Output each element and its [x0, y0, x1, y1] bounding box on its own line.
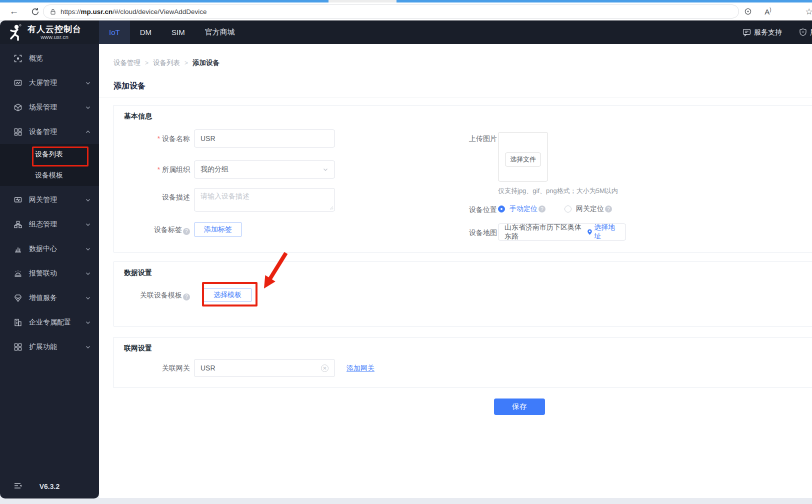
big-screen-icon [14, 79, 22, 87]
help-icon[interactable]: ? [183, 228, 190, 235]
chevron-down-icon [85, 270, 91, 276]
page-title: 添加设备 [114, 81, 146, 92]
sidebar-item-datacenter[interactable]: 数据中心 [0, 236, 99, 261]
gateway-location-option[interactable]: 网关定位 [576, 204, 604, 214]
map-pin-icon [587, 228, 592, 236]
data-settings-title: 数据设置 [124, 268, 152, 278]
tab-dm[interactable]: DM [130, 20, 162, 44]
device-template-label: 关联设备模板? [114, 290, 190, 300]
sidebar-item-device-template[interactable]: 设备模板 [0, 165, 99, 186]
sidebar-item-scene[interactable]: 场景管理 [0, 95, 99, 120]
device-dashboard-icon [14, 128, 22, 136]
app-version: V6.3.2 [0, 482, 99, 490]
overview-icon [14, 54, 22, 62]
device-map-label: 设备地图 [407, 228, 497, 238]
browser-toolbar: ← https://mp.usr.cn/#/cloud/device/ViewA… [0, 2, 812, 20]
alarm-icon [14, 270, 22, 278]
basic-info-card: 基本信息 设备名称 所属组织 我的分组 设备描述 请输入设备描述 设备标签? 添… [114, 105, 812, 252]
refresh-icon[interactable] [28, 4, 42, 18]
breadcrumb-device-management[interactable]: 设备管理 [114, 58, 140, 68]
resize-handle[interactable] [330, 206, 334, 210]
user-shield-icon [799, 28, 807, 36]
app-top-nav: 有人云控制台 www.usr.cn IoT DM SIM 官方商城 [0, 20, 812, 44]
sidebar-item-bigscreen[interactable]: 大屏管理 [0, 70, 99, 95]
help-icon[interactable]: ? [605, 206, 612, 212]
breadcrumb-separator: > [184, 60, 188, 66]
tab-sim[interactable]: SIM [162, 20, 195, 44]
chat-icon [742, 28, 751, 36]
app-subtitle: www.usr.cn [28, 34, 82, 40]
address-bar[interactable]: https://mp.usr.cn/#/cloud/device/ViewAdd… [43, 4, 739, 18]
chevron-down-icon [85, 295, 91, 301]
add-tag-button[interactable]: 添加标签 [194, 222, 242, 237]
favorites-star-icon[interactable]: ☆ [802, 4, 812, 18]
service-support-button[interactable]: 服务支持 [742, 28, 782, 37]
device-location-label: 设备位置 [407, 204, 497, 214]
chevron-down-icon [85, 320, 91, 326]
related-gateway-input[interactable]: USR ✕ [194, 359, 335, 377]
manual-location-radio[interactable] [498, 206, 505, 212]
breadcrumb-separator: > [145, 60, 148, 66]
read-aloud-icon[interactable]: A) [761, 4, 775, 18]
tab-iot[interactable]: IoT [99, 20, 130, 44]
manual-location-option[interactable]: 手动定位 [510, 204, 538, 214]
device-submenu: 设备列表 设备模板 [0, 144, 99, 186]
sidebar-item-value-added[interactable]: 增值服务 [0, 286, 99, 310]
breadcrumb-device-list[interactable]: 设备列表 [153, 58, 180, 68]
organization-label: 所属组织 [114, 164, 190, 174]
gateway-location-radio[interactable] [564, 206, 572, 212]
sidebar-item-overview[interactable]: 概览 [0, 46, 99, 70]
device-map-input[interactable]: 山东省济南市历下区奥体东路 选择地址 [498, 224, 626, 240]
help-icon[interactable]: ? [183, 294, 190, 300]
chevron-down-icon [322, 166, 328, 172]
main-content: 设备管理 > 设备列表 > 添加设备 添加设备 基本信息 设备名称 所属组织 我… [99, 44, 812, 498]
back-icon[interactable]: ← [7, 4, 21, 18]
network-settings-title: 联网设置 [124, 344, 152, 353]
top-nav-tabs: IoT DM SIM 官方商城 [99, 20, 245, 44]
app-logo[interactable]: 有人云控制台 www.usr.cn [0, 20, 99, 44]
sidebar-item-configuration[interactable]: 组态管理 [0, 212, 99, 236]
clear-input-icon[interactable]: ✕ [321, 364, 328, 372]
sidebar-item-enterprise[interactable]: 企业专属配置 [0, 310, 99, 334]
related-gateway-label: 关联网关 [114, 363, 190, 373]
choose-address-link[interactable]: 选择地址 [587, 223, 620, 241]
device-description-label: 设备描述 [114, 192, 190, 202]
sidebar-item-extensions[interactable]: 扩展功能 [0, 334, 99, 359]
help-icon[interactable]: ? [538, 206, 546, 212]
data-settings-card: 数据设置 关联设备模板? 选择模板 [114, 262, 812, 326]
tab-official-mall[interactable]: 官方商城 [195, 20, 245, 44]
breadcrumb-current: 添加设备 [192, 58, 220, 68]
sidebar-item-gateway[interactable]: 网关管理 [0, 188, 99, 212]
breadcrumb: 设备管理 > 设备列表 > 添加设备 [114, 58, 220, 68]
chevron-down-icon [85, 344, 91, 350]
device-location-options: 手动定位 ? 网关定位 ? [498, 204, 612, 214]
user-menu-button[interactable]: 用户 [799, 28, 812, 37]
chevron-down-icon [85, 222, 91, 228]
badge-icon [14, 294, 22, 302]
gateway-icon [14, 196, 22, 204]
upload-hint: 仅支持jpg、gif、png格式；大小为5M以内 [498, 186, 618, 196]
location-icon[interactable] [741, 4, 755, 18]
upload-image-label: 上传图片 [407, 134, 497, 144]
upload-image-box[interactable]: 选择文件 [498, 132, 548, 182]
usr-person-logo-icon [8, 24, 23, 41]
organization-select[interactable]: 我的分组 [194, 160, 335, 178]
building-icon [14, 318, 22, 326]
chevron-up-icon [85, 129, 91, 135]
device-tag-label: 设备标签? [114, 224, 190, 235]
sidebar-item-device[interactable]: 设备管理 [0, 120, 99, 144]
top-nav-right: 服务支持 用户 [742, 20, 812, 44]
title-divider [99, 98, 812, 98]
sidebar-footer: V6.3.2 [0, 480, 99, 494]
chevron-down-icon [85, 80, 91, 86]
device-name-input[interactable] [194, 130, 335, 148]
save-button[interactable]: 保存 [494, 398, 545, 415]
add-gateway-link[interactable]: 添加网关 [346, 364, 374, 373]
device-description-textarea[interactable]: 请输入设备描述 [194, 188, 335, 212]
chevron-down-icon [85, 246, 91, 252]
choose-template-button[interactable]: 选择模板 [203, 288, 252, 302]
sidebar-item-device-list[interactable]: 设备列表 [0, 144, 99, 165]
sidebar-item-alarm[interactable]: 报警联动 [0, 261, 99, 286]
choose-file-button[interactable]: 选择文件 [505, 152, 541, 166]
app-title: 有人云控制台 [28, 24, 82, 34]
